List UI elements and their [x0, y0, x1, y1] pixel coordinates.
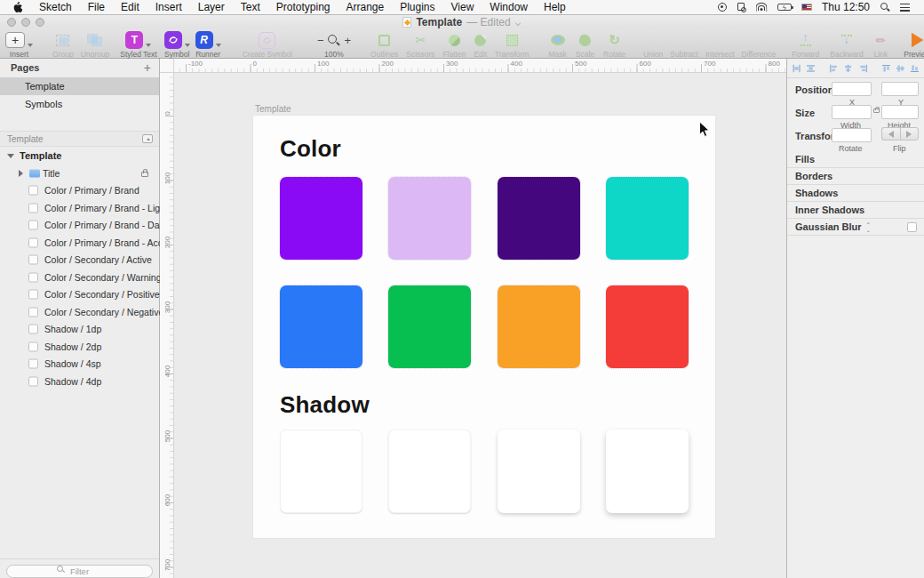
align-right-icon[interactable]: [859, 63, 867, 74]
spotlight-search-icon[interactable]: [880, 2, 890, 12]
align-bottom-icon[interactable]: [911, 63, 919, 74]
layer-row[interactable]: Shadow / 1dp: [0, 321, 159, 339]
styled-text-icon: T: [125, 31, 143, 49]
menu-item[interactable]: Window: [482, 0, 536, 15]
hand-truck-icon[interactable]: [737, 3, 746, 12]
distribute-horizontally-icon[interactable]: [793, 63, 801, 74]
symbol-master-icon: [28, 203, 38, 213]
layer-row-artboard[interactable]: Template: [0, 147, 159, 165]
layer-row[interactable]: Color / Secondary / Positive: [0, 286, 159, 304]
menu-item[interactable]: File: [80, 0, 113, 15]
menu-item[interactable]: Edit: [113, 0, 147, 15]
menu-item[interactable]: Help: [536, 0, 574, 15]
menu-item[interactable]: Prototyping: [268, 0, 339, 15]
disclosure-down-icon[interactable]: [7, 154, 14, 158]
ruler-vertical[interactable]: 0100200300400500600700: [160, 73, 174, 578]
disclosure-right-icon[interactable]: [19, 170, 23, 177]
toolbar-button-insert[interactable]: + Insert: [5, 31, 33, 59]
apple-menu-icon[interactable]: [0, 2, 31, 13]
toolbar-button-runner[interactable]: R Runner: [195, 31, 221, 59]
filter-input[interactable]: [6, 565, 153, 578]
layers-list: Color / Primary / Brand Color / Primary …: [0, 182, 159, 390]
dropdown-arrow-icon: [185, 44, 190, 47]
layer-row[interactable]: Shadow / 4sp: [0, 356, 159, 373]
layer-row[interactable]: Color / Primary / Brand - Dark: [0, 217, 159, 235]
style-section-header[interactable]: Fills: [787, 151, 924, 168]
height-field[interactable]: [881, 105, 919, 119]
menu-item[interactable]: Sketch: [31, 0, 80, 15]
chevron-down-icon[interactable]: [515, 20, 522, 26]
layer-row[interactable]: Color / Primary / Brand - Light: [0, 199, 159, 217]
shadow-box[interactable]: [498, 429, 580, 513]
rotate-field[interactable]: [832, 128, 872, 142]
window-title-bar: Template — Edited: [0, 16, 924, 28]
ruler-number: 500: [163, 429, 171, 442]
menu-item[interactable]: Text: [233, 0, 268, 15]
flip-vertical-button[interactable]: [900, 127, 920, 140]
notification-center-icon[interactable]: [900, 4, 910, 12]
toolbar-button-subtract: Subtract: [670, 31, 698, 59]
width-field[interactable]: [832, 105, 872, 119]
style-section-header[interactable]: Shadows: [787, 185, 924, 202]
layer-row-title[interactable]: Title: [0, 165, 159, 182]
menu-item[interactable]: Layer: [190, 0, 233, 15]
wifi-icon[interactable]: [756, 3, 768, 12]
menu-item[interactable]: View: [443, 0, 482, 15]
zoom-in-button[interactable]: +: [344, 35, 351, 46]
layer-row[interactable]: Color / Secondary / Warning: [0, 269, 159, 286]
aspect-lock-icon[interactable]: [873, 108, 880, 113]
screen: SketchFileEditInsertLayerTextPrototyping…: [0, 0, 924, 578]
lock-icon[interactable]: [141, 172, 148, 177]
align-center-horizontal-icon[interactable]: [844, 63, 852, 74]
transform-icon: [506, 35, 518, 46]
menu-item[interactable]: Arrange: [338, 0, 392, 15]
us-flag-icon[interactable]: [801, 4, 812, 11]
zoom-out-button[interactable]: −: [317, 35, 324, 46]
flip-horizontal-button[interactable]: [881, 127, 900, 140]
artboard[interactable]: Color Shadow: [253, 116, 715, 538]
shadow-box[interactable]: [606, 429, 689, 513]
screen-record-icon[interactable]: [718, 3, 727, 12]
ruler-horizontal[interactable]: -1000100200300400500600700800: [174, 59, 786, 73]
align-center-vertical-icon[interactable]: [896, 63, 904, 74]
inspector: Position X Y Size Width Height Transform…: [786, 59, 924, 578]
toolbar-button-outlines: Outlines: [370, 31, 398, 59]
layer-row[interactable]: Color / Secondary / Negative: [0, 303, 159, 321]
shadow-box[interactable]: [280, 429, 362, 513]
layer-row[interactable]: Shadow / 4dp: [0, 373, 159, 390]
position-x-field[interactable]: [832, 82, 872, 96]
toolbar-button-transform: Transform: [495, 31, 529, 59]
layer-row[interactable]: Color / Secondary / Active: [0, 252, 159, 269]
gaussian-blur-row[interactable]: Gaussian Blur⌃⌄: [787, 219, 924, 236]
magnifier-icon[interactable]: [328, 35, 339, 46]
artboard-list-toggle-icon[interactable]: [142, 134, 153, 143]
align-left-icon[interactable]: [830, 63, 838, 74]
canvas[interactable]: Template Color Shadow: [174, 73, 786, 578]
page-item[interactable]: Template: [0, 77, 159, 95]
shadow-box[interactable]: [388, 429, 471, 513]
toolbar-button-styled-text[interactable]: T Styled Text: [120, 31, 156, 59]
layer-row[interactable]: Shadow / 2dp: [0, 338, 159, 356]
add-page-button[interactable]: +: [144, 59, 151, 77]
layer-row[interactable]: Color / Primary / Brand - Accent: [0, 234, 159, 252]
toolbar-button-preview[interactable]: Preview: [904, 31, 924, 59]
layer-row[interactable]: Color / Primary / Brand: [0, 182, 159, 200]
gaussian-blur-checkbox[interactable]: [907, 222, 917, 232]
menu-clock[interactable]: Thu 12:50: [822, 1, 870, 13]
symbol-master-icon: [28, 221, 38, 230]
toolbar-button-symbol[interactable]: Symbol: [164, 31, 190, 59]
artboard-label[interactable]: Template: [255, 104, 291, 114]
style-section-header[interactable]: Borders: [787, 168, 924, 185]
menu-item[interactable]: Plugins: [392, 0, 442, 15]
menu-item[interactable]: Insert: [147, 0, 190, 15]
battery-icon[interactable]: ϟ: [777, 4, 792, 11]
distribute-vertically-icon[interactable]: [807, 63, 815, 74]
document-name: Template: [416, 16, 462, 28]
style-section-header[interactable]: Inner Shadows: [787, 202, 924, 219]
page-item[interactable]: Symbols: [0, 95, 159, 113]
stepper-icon[interactable]: ⌃⌄: [866, 222, 871, 233]
align-top-icon[interactable]: [882, 63, 890, 74]
position-y-field[interactable]: [881, 82, 919, 96]
ruler-number: 700: [701, 60, 715, 68]
dropdown-arrow-icon: [216, 44, 221, 47]
